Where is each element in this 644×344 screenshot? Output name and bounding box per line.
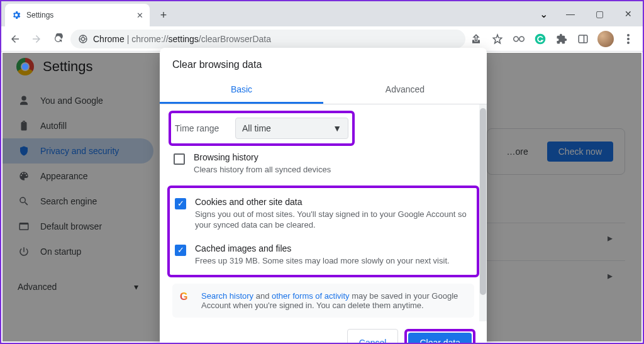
clear-data-button[interactable]: Clear data [408, 333, 472, 344]
dropdown-caret-icon: ▼ [333, 123, 341, 133]
svg-point-4 [535, 33, 546, 44]
scrollbar-thumb[interactable] [480, 108, 486, 295]
reload-button[interactable] [49, 30, 67, 48]
time-range-value: All time [242, 123, 271, 133]
gear-icon [11, 10, 21, 20]
dialog-actions: Cancel Clear data [160, 321, 487, 344]
svg-point-2 [514, 36, 519, 42]
sidepanel-icon[interactable] [576, 32, 590, 46]
dialog-title: Clear browsing data [160, 48, 487, 78]
option-cached[interactable]: ✓ Cached images and files Frees up 319 M… [174, 237, 473, 273]
svg-point-8 [627, 38, 630, 40]
grammarly-icon[interactable] [533, 32, 547, 46]
link-search-history[interactable]: Search history [201, 291, 253, 301]
extension-icon-1[interactable] [512, 32, 526, 46]
checkbox-browsing-history[interactable] [174, 153, 185, 165]
option-browsing-history[interactable]: Browsing history Clears history from all… [172, 146, 474, 182]
cancel-button[interactable]: Cancel [347, 329, 399, 344]
tab-basic[interactable]: Basic [160, 78, 323, 104]
window-controls: ⌄ — ▢ ✕ [531, 1, 643, 26]
google-account-info: G Search history and other forms of acti… [172, 284, 474, 318]
tabs-dropdown-icon[interactable]: ⌄ [531, 8, 556, 20]
highlight-clear-data: Clear data [404, 329, 475, 344]
site-info-icon[interactable] [78, 34, 88, 44]
checkbox-cached[interactable]: ✓ [175, 245, 186, 256]
new-tab-button[interactable]: + [155, 6, 172, 24]
address-bar[interactable]: Chrome | chrome://settings/clearBrowserD… [70, 30, 465, 48]
dialog-body: Time range All time ▼ Browsing history C… [160, 104, 487, 321]
tab-advanced[interactable]: Advanced [323, 78, 487, 104]
window-maximize-button[interactable]: ▢ [585, 4, 614, 24]
checkbox-cookies[interactable]: ✓ [175, 198, 186, 209]
highlight-cookies-cache: ✓ Cookies and other site data Signs you … [167, 186, 479, 278]
bookmark-star-icon[interactable] [491, 32, 504, 46]
option-title: Cookies and other site data [195, 197, 472, 207]
window-close-button[interactable]: ✕ [614, 4, 643, 24]
time-range-row: Time range All time ▼ [175, 114, 348, 142]
profile-avatar[interactable] [597, 31, 614, 47]
option-title: Browsing history [194, 152, 331, 162]
svg-point-3 [519, 36, 525, 42]
option-title: Cached images and files [195, 243, 450, 253]
tab-close-icon[interactable]: ✕ [136, 11, 143, 20]
svg-rect-5 [579, 35, 587, 43]
svg-point-1 [81, 37, 84, 40]
option-desc: Clears history from all synced devices [194, 164, 331, 175]
clear-browsing-data-dialog: Clear browsing data Basic Advanced Time … [160, 48, 487, 344]
google-logo-icon: G [180, 291, 192, 304]
highlight-time-range: Time range All time ▼ [169, 111, 355, 146]
time-range-label: Time range [175, 123, 228, 133]
browser-tab[interactable]: Settings ✕ [5, 4, 150, 26]
time-range-select[interactable]: All time ▼ [235, 118, 348, 139]
option-desc: Frees up 319 MB. Some sites may load mor… [195, 255, 450, 267]
svg-point-7 [627, 34, 630, 36]
share-icon[interactable] [469, 32, 483, 46]
kebab-menu-icon[interactable] [621, 32, 635, 46]
dialog-scrollbar[interactable] [479, 104, 487, 321]
option-cookies[interactable]: ✓ Cookies and other site data Signs you … [174, 191, 473, 237]
dialog-tabs: Basic Advanced [160, 78, 487, 104]
link-other-activity[interactable]: other forms of activity [272, 291, 350, 301]
window-minimize-button[interactable]: — [556, 4, 585, 24]
tab-title: Settings [26, 11, 131, 19]
url-text: Chrome | chrome://settings/clearBrowserD… [93, 34, 271, 44]
forward-button[interactable] [28, 30, 45, 48]
svg-point-9 [627, 42, 630, 44]
info-text: Search history and other forms of activi… [201, 291, 467, 310]
back-button[interactable] [6, 30, 24, 48]
option-desc: Signs you out of most sites. You'll stay… [195, 209, 472, 231]
window-titlebar: Settings ✕ + ⌄ — ▢ ✕ [1, 1, 643, 26]
extensions-puzzle-icon[interactable] [555, 32, 569, 46]
